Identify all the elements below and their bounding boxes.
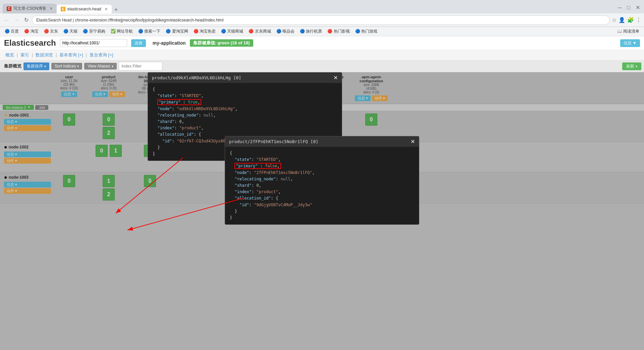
primary-highlight-2: "primary" : false,: [234, 163, 281, 169]
address-input[interactable]: [32, 15, 610, 25]
es-favicon: E: [61, 7, 65, 11]
bookmark-movies[interactable]: 🔴 热门影视: [325, 28, 352, 35]
header-right: 信息 ▼: [620, 39, 640, 47]
cluster-status: 集群健康值: green (18 of 18): [190, 39, 253, 47]
nav-data-browse[interactable]: 数据浏览: [34, 51, 54, 59]
reload-button[interactable]: ↻: [23, 15, 30, 25]
reading-list[interactable]: 📖 阅读清单: [615, 28, 641, 35]
bookmark-tianmao[interactable]: 🔵 天猫: [61, 28, 79, 35]
bookmark-suning[interactable]: 🔵 苏宁易购: [81, 28, 107, 35]
index-filter-input[interactable]: [119, 62, 162, 71]
bookmark-tianmao-mall[interactable]: 🔵 天猫商城: [219, 28, 245, 35]
refresh-button[interactable]: 刷新 ▾: [622, 62, 641, 70]
app-url-input[interactable]: [60, 39, 127, 47]
tab-bar: C 写文章-CSDN博客 ✕ E elasticsearch-head ✕ + …: [0, 0, 644, 13]
tab-es-label: elasticsearch-head: [67, 7, 101, 11]
bookmark-jingdong[interactable]: 🔴 京东: [42, 28, 60, 35]
bookmark-nav[interactable]: ✅ 网址导航: [109, 28, 135, 35]
toolbar-overview-label: 集群概览: [4, 63, 21, 69]
sort-indices-button[interactable]: Sort Indices ▾: [51, 63, 82, 70]
modal-2-body: { "state": "STARTED", "primary" : false,…: [225, 147, 419, 224]
bookmark-taobao-hot[interactable]: 🔴 淘宝热卖: [192, 28, 218, 35]
bookmark-search[interactable]: 🔵 搜索一下: [136, 28, 162, 35]
menu-button[interactable]: ⋮: [636, 17, 641, 23]
connect-button[interactable]: 连接: [131, 39, 146, 47]
new-tab-button[interactable]: +: [112, 6, 121, 13]
close-window-button[interactable]: ✕: [634, 3, 641, 12]
tab-csdn-label: 写文章-CSDN博客: [13, 6, 46, 11]
bookmark-vip[interactable]: 🔵 唯品会: [274, 28, 297, 35]
bookmark-aitaobao[interactable]: 🔵 爱淘宝网: [164, 28, 190, 35]
back-button[interactable]: ←: [3, 16, 11, 25]
bookmarks-bar: 🔵 百度 🔴 淘宝 🔴 京东 🔵 天猫 🔵 苏宁易购 ✅ 网址导航 🔵 搜索一下…: [0, 27, 644, 36]
maximize-button[interactable]: □: [626, 3, 632, 12]
bookmark-games[interactable]: 🔵 热门游戏: [353, 28, 379, 35]
modal-1-close-button[interactable]: ✕: [333, 75, 338, 81]
tab-elasticsearch[interactable]: E elasticsearch-head ✕: [57, 5, 112, 13]
nav-complex-query[interactable]: 复合查询 [+]: [88, 51, 114, 59]
tab-csdn[interactable]: C 写文章-CSDN博客 ✕: [3, 4, 57, 13]
view-aliases-button[interactable]: View Aliases ▾: [84, 63, 116, 70]
toolbar: 集群概览 集群排序 ▾ Sort Indices ▾ View Aliases …: [0, 60, 644, 72]
cluster-name: my-application: [153, 40, 186, 46]
tab-csdn-close[interactable]: ✕: [50, 6, 53, 11]
bookmark-star-button[interactable]: ☆: [612, 17, 616, 23]
nav-index[interactable]: 索引: [19, 51, 31, 59]
app-title: Elasticsearch: [4, 38, 56, 48]
modal-shard-2: product/2fFPnEhKT1msc5NoBr1lFQ [0] ✕ { "…: [225, 136, 419, 225]
app-header: Elasticsearch 连接 my-application 集群健康值: g…: [0, 36, 644, 50]
bookmark-travel[interactable]: 🔵 旅行机票: [298, 28, 324, 35]
tab-es-close[interactable]: ✕: [105, 7, 108, 11]
modal-1-title-bar: product/od9kXlxNRDeXVL6DibhLHg [0] ✕: [148, 73, 342, 83]
csdn-favicon: C: [7, 6, 11, 11]
address-bar-row: ← → ↻ ☆ 👤 🧩 ⋮: [0, 13, 644, 27]
bookmark-baidu[interactable]: 🔵 百度: [3, 28, 21, 35]
modal-1-title: product/od9kXlxNRDeXVL6DibhLHg [0]: [152, 75, 241, 80]
info-dropdown-button[interactable]: 信息 ▼: [620, 39, 640, 47]
primary-highlight-1: "primary" : true,: [157, 99, 201, 105]
extensions-button[interactable]: 🧩: [627, 17, 634, 23]
browser-window: C 写文章-CSDN博客 ✕ E elasticsearch-head ✕ + …: [0, 0, 644, 36]
nav-basic-query[interactable]: 基本查询 [+]: [58, 51, 84, 59]
browser-actions: ☆ 👤 🧩 ⋮: [612, 17, 641, 23]
bookmark-jd-mall[interactable]: 🔴 京东商城: [247, 28, 273, 35]
modal-2-title-bar: product/2fFPnEhKT1msc5NoBr1lFQ [0] ✕: [225, 136, 419, 147]
minimize-button[interactable]: ─: [616, 3, 623, 12]
bookmark-taobao[interactable]: 🔴 淘宝: [22, 28, 40, 35]
nav-bar: 概览 | 索引 | 数据浏览 | 基本查询 [+] | 复合查询 [+]: [0, 50, 644, 60]
profile-button[interactable]: 👤: [619, 17, 625, 23]
nav-overview[interactable]: 概览: [4, 51, 15, 59]
app-area: Elasticsearch 连接 my-application 集群健康值: g…: [0, 36, 644, 350]
modal-2-close-button[interactable]: ✕: [411, 138, 415, 145]
cluster-sort-button[interactable]: 集群排序 ▾: [23, 62, 49, 70]
main-content: user size: 11.2ki (22.4ki) docs: 4 (10) …: [0, 72, 644, 350]
forward-button[interactable]: →: [13, 16, 21, 25]
modal-2-title: product/2fFPnEhKT1msc5NoBr1lFQ [0]: [229, 139, 318, 144]
